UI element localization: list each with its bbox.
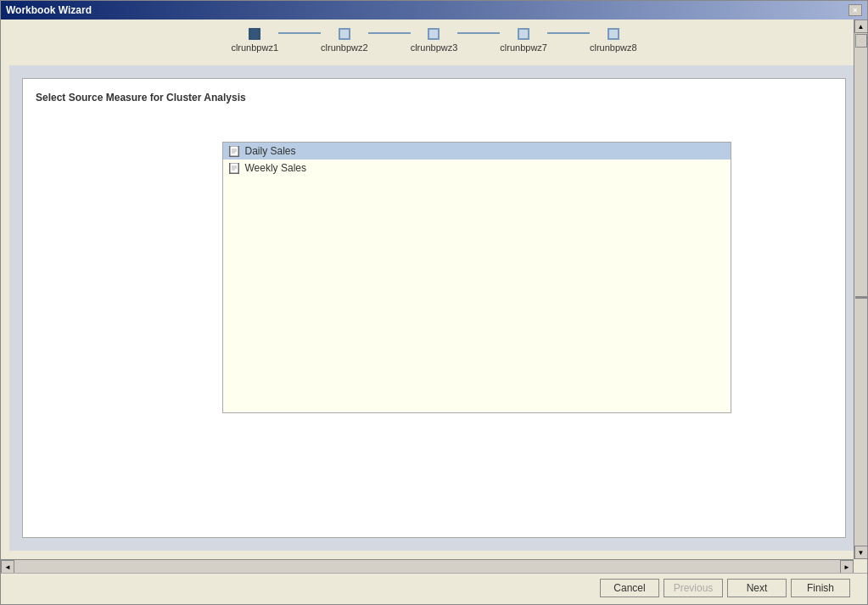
- wizard-step-7[interactable]: clrunbpwz7: [500, 28, 547, 53]
- step-label-8: clrunbpwz8: [590, 42, 637, 53]
- bottom-scrollbar[interactable]: ◄ ►: [1, 559, 854, 573]
- step-circle-8: [608, 28, 619, 40]
- step-label-7: clrunbpwz7: [500, 42, 547, 53]
- step-label-3: clrunbpwz3: [411, 42, 458, 53]
- cancel-button[interactable]: Cancel: [600, 579, 659, 597]
- scroll-track-bottom: [854, 299, 868, 546]
- source-measure-listbox[interactable]: Daily Sales: [222, 142, 731, 413]
- wizard-step-2[interactable]: clrunbpwz2: [321, 28, 368, 53]
- wizard-step-1[interactable]: clrunbpwz1: [231, 28, 278, 53]
- step-circle-1: [249, 28, 260, 40]
- right-scrollbar[interactable]: ▲ ▼: [854, 20, 867, 559]
- bottom-button-bar: Cancel Previous Next Finish: [1, 573, 867, 604]
- weekly-sales-label: Weekly Sales: [245, 162, 306, 174]
- panel-title: Select Source Measure for Cluster Analys…: [36, 92, 832, 104]
- previous-button[interactable]: Previous: [664, 579, 723, 597]
- scroll-down-button[interactable]: ▼: [854, 546, 868, 559]
- scroll-track: [854, 48, 868, 296]
- step-label-2: clrunbpwz2: [321, 42, 368, 53]
- main-panel: Select Source Measure for Cluster Analys…: [22, 78, 846, 538]
- step-line-7-8: [547, 32, 590, 34]
- step-line-1-2: [278, 32, 321, 34]
- finish-button[interactable]: Finish: [791, 579, 850, 597]
- horizontal-scroll-track: [14, 560, 840, 573]
- scroll-right-button[interactable]: ►: [840, 560, 854, 574]
- window-title: Workbook Wizard: [6, 4, 92, 16]
- list-item-daily-sales[interactable]: Daily Sales: [223, 143, 731, 160]
- scroll-left-button[interactable]: ◄: [1, 560, 14, 574]
- step-circle-2: [339, 28, 350, 40]
- wizard-step-3[interactable]: clrunbpwz3: [411, 28, 458, 53]
- next-button[interactable]: Next: [727, 579, 787, 597]
- step-line-3-7: [457, 32, 500, 34]
- step-line-2-3: [368, 32, 411, 34]
- scroll-up-button[interactable]: ▲: [854, 20, 868, 33]
- close-button[interactable]: ×: [848, 4, 862, 16]
- daily-sales-label: Daily Sales: [245, 145, 296, 157]
- title-bar-buttons: ×: [848, 4, 862, 16]
- step-circle-7: [518, 28, 529, 40]
- document-icon-weekly: [227, 162, 241, 174]
- document-icon-daily: [227, 145, 241, 157]
- step-label-1: clrunbpwz1: [231, 42, 278, 53]
- list-item-weekly-sales[interactable]: Weekly Sales: [223, 160, 731, 176]
- scroll-thumb-top: [855, 34, 867, 48]
- title-bar: Workbook Wizard ×: [1, 1, 867, 20]
- workbook-wizard-window: Workbook Wizard × clrunbpwz1 clrunbpwz2: [0, 0, 868, 605]
- wizard-steps: clrunbpwz1 clrunbpwz2 clrunbpwz3: [1, 20, 867, 65]
- step-circle-3: [428, 28, 440, 40]
- wizard-step-8[interactable]: clrunbpwz8: [590, 28, 637, 53]
